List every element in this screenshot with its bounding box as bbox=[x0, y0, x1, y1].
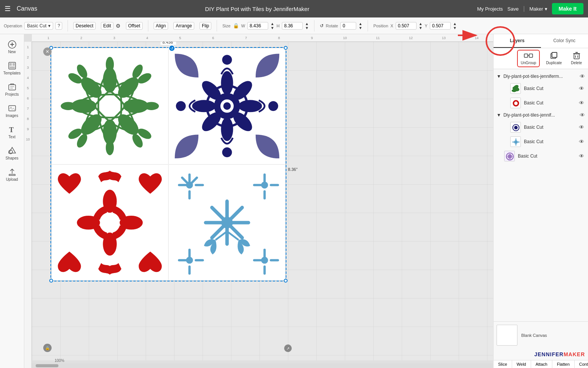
horizontal-scrollbar[interactable] bbox=[32, 363, 493, 368]
group-1-name: Diy-plant-pot-tiles-jenniferm... bbox=[503, 74, 563, 79]
arrange-button[interactable]: Arrange bbox=[173, 22, 194, 30]
ruler-top: 1 2 3 4 5 6 7 8 9 10 11 12 13 14 bbox=[32, 34, 493, 42]
height-dimension-label: 8.36" bbox=[288, 167, 297, 172]
scroll-thumb[interactable] bbox=[36, 364, 58, 367]
handle-bl[interactable] bbox=[49, 279, 53, 283]
svg-rect-64 bbox=[225, 199, 229, 220]
flatten-button[interactable]: Flatten bbox=[552, 360, 575, 368]
slice-button[interactable]: Slice bbox=[494, 360, 512, 368]
rotate-label: Rotate bbox=[326, 24, 338, 28]
handle-tr[interactable] bbox=[284, 46, 288, 50]
delete-button[interactable]: Delete bbox=[568, 51, 585, 66]
svg-rect-66 bbox=[204, 221, 224, 224]
lock-handle[interactable]: 🔒 bbox=[43, 344, 52, 352]
sidebar-item-text[interactable]: T Text bbox=[1, 122, 23, 142]
attach-button[interactable]: Attach bbox=[531, 360, 552, 368]
y-stepper[interactable]: ▲▼ bbox=[453, 22, 457, 30]
layer-item-navy[interactable]: Basic Cut 👁 bbox=[494, 120, 588, 134]
layer-eye-red[interactable]: 👁 bbox=[579, 100, 584, 106]
thumb-navy-svg bbox=[511, 122, 521, 133]
svg-rect-73 bbox=[188, 173, 190, 182]
separator5 bbox=[368, 20, 368, 32]
position-group: Position X ▲▼ Y ▲▼ bbox=[373, 22, 457, 30]
edit-button[interactable]: Edit bbox=[101, 22, 113, 30]
sidebar-item-new[interactable]: New bbox=[1, 37, 23, 57]
rotate-stepper[interactable]: ▲▼ bbox=[358, 22, 362, 30]
width-stepper-up[interactable]: ▲▼ bbox=[270, 22, 274, 30]
deselect-group: Deselect bbox=[73, 22, 96, 30]
layer-group-1-header[interactable]: ▼ Diy-plant-pot-tiles-jenniferm... 👁 bbox=[494, 71, 588, 81]
weld-button[interactable]: Weld bbox=[512, 360, 531, 368]
sidebar-item-templates[interactable]: Templates bbox=[1, 58, 23, 78]
sidebar-item-shapes[interactable]: Shapes bbox=[1, 144, 23, 163]
rotate-input[interactable] bbox=[340, 22, 356, 30]
save-button[interactable]: Save bbox=[508, 6, 519, 12]
svg-point-44 bbox=[221, 118, 233, 141]
svg-point-51 bbox=[222, 55, 231, 64]
my-projects-link[interactable]: My Projects bbox=[477, 6, 503, 12]
layer-eye-green[interactable]: 👁 bbox=[579, 85, 584, 92]
sidebar-item-upload[interactable]: Upload bbox=[1, 165, 23, 185]
group-2-eye-icon[interactable]: 👁 bbox=[580, 112, 585, 118]
handle-br[interactable] bbox=[284, 279, 288, 283]
canvas-area[interactable]: 1 2 3 4 5 6 7 8 9 10 11 12 13 14 1 2 3 4… bbox=[24, 34, 493, 368]
tab-layers[interactable]: Layers bbox=[494, 34, 541, 48]
offset-button[interactable]: Offset bbox=[126, 22, 143, 30]
ungroup-button[interactable]: UnGroup bbox=[517, 50, 540, 67]
canvas-workspace[interactable]: 8.436" bbox=[32, 42, 493, 360]
svg-rect-95 bbox=[529, 54, 533, 57]
layer-item-standalone[interactable]: Basic Cut 👁 bbox=[494, 149, 588, 163]
sidebar-item-images[interactable]: Images bbox=[1, 101, 23, 121]
panel-tabs: Layers Color Sync bbox=[494, 34, 588, 48]
layer-item-green[interactable]: Basic Cut 👁 bbox=[494, 81, 588, 96]
x-stepper[interactable]: ▲▼ bbox=[419, 22, 423, 30]
height-stepper-up[interactable]: ▲▼ bbox=[305, 22, 309, 30]
flip-button[interactable]: Flip bbox=[200, 22, 211, 30]
operation-select[interactable]: Basic Cut ▾ bbox=[24, 22, 53, 30]
layer-eye-lightblue[interactable]: 👁 bbox=[579, 139, 584, 145]
svg-rect-98 bbox=[552, 52, 557, 57]
deselect-button[interactable]: Deselect bbox=[73, 22, 96, 30]
templates-label: Templates bbox=[3, 71, 21, 75]
tab-color-sync[interactable]: Color Sync bbox=[541, 34, 588, 48]
layer-thumb-red bbox=[510, 98, 521, 108]
svg-rect-85 bbox=[188, 248, 190, 257]
svg-point-124 bbox=[507, 155, 513, 158]
operation-help-icon[interactable]: ? bbox=[55, 22, 63, 30]
group-1-eye-icon[interactable]: 👁 bbox=[580, 73, 585, 79]
close-button[interactable]: ✕ bbox=[43, 47, 52, 56]
upload-label: Upload bbox=[6, 177, 18, 182]
divider: | bbox=[523, 5, 525, 12]
duplicate-button[interactable]: Duplicate bbox=[543, 51, 565, 66]
layer-name-standalone: Basic Cut bbox=[518, 153, 576, 159]
height-input[interactable] bbox=[282, 22, 303, 30]
bottom-actions: Slice Weld Attach Flatten Contour bbox=[494, 360, 588, 368]
hamburger-menu-icon[interactable]: ☰ bbox=[5, 5, 11, 13]
text-label: Text bbox=[8, 135, 15, 139]
design-mat[interactable]: 8.436" bbox=[51, 47, 286, 281]
rotate-handle[interactable]: ↺ bbox=[168, 45, 175, 52]
layer-item-lightblue[interactable]: Basic Cut 👁 bbox=[494, 134, 588, 149]
scale-handle-br[interactable]: ↗ bbox=[284, 344, 292, 352]
size-label: Size bbox=[222, 24, 230, 28]
svg-point-45 bbox=[192, 100, 215, 112]
svg-point-53 bbox=[176, 101, 186, 111]
make-it-button[interactable]: Make It bbox=[552, 3, 583, 14]
layer-eye-standalone[interactable]: 👁 bbox=[579, 153, 584, 159]
maker-dropdown[interactable]: Maker ▾ bbox=[529, 6, 547, 12]
contour-button[interactable]: Contour bbox=[575, 360, 588, 368]
layer-item-red[interactable]: Basic Cut 👁 bbox=[494, 96, 588, 110]
align-button[interactable]: Align bbox=[154, 22, 168, 30]
svg-rect-4 bbox=[9, 63, 12, 66]
app-logo: Canvas bbox=[17, 5, 37, 12]
sidebar-item-projects[interactable]: Projects bbox=[1, 80, 23, 100]
layer-eye-navy[interactable]: 👁 bbox=[579, 124, 584, 130]
width-input[interactable] bbox=[247, 22, 268, 30]
main-area: New Templates Projects bbox=[0, 34, 588, 368]
x-input[interactable] bbox=[396, 22, 417, 30]
lock-icon[interactable]: 🔒 bbox=[233, 23, 239, 28]
svg-rect-76 bbox=[195, 184, 204, 186]
layer-group-2-header[interactable]: ▼ Diy-plant-pot-tiles-jennif... 👁 bbox=[494, 110, 588, 120]
document-title: DIY Plant Pot with Tiles by JenniferMake… bbox=[43, 6, 471, 12]
y-input[interactable] bbox=[430, 22, 451, 30]
